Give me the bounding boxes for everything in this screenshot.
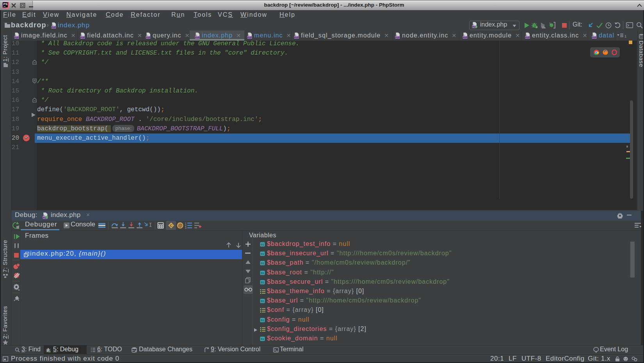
svg-text:01: 01 [261, 281, 264, 284]
svg-text:@: @ [178, 223, 182, 228]
svg-text:01: 01 [261, 262, 264, 265]
svg-text:01: 01 [261, 271, 264, 275]
svg-text:01: 01 [261, 299, 264, 303]
svg-text:01: 01 [261, 337, 264, 341]
svg-text:1: 1 [624, 34, 626, 38]
svg-text:C: C [170, 223, 173, 228]
svg-text:01: 01 [261, 243, 264, 246]
svg-text:3: 3 [185, 226, 187, 229]
svg-text:01: 01 [261, 319, 264, 322]
svg-text:01: 01 [261, 252, 264, 256]
